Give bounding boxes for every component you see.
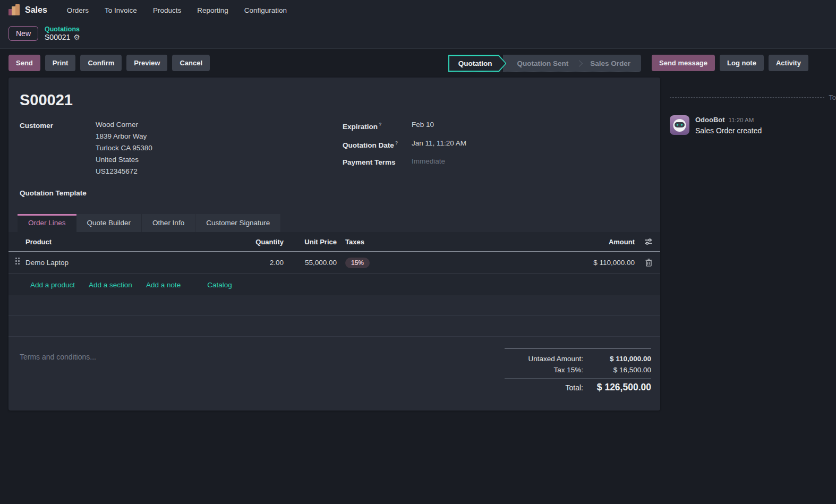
cell-taxes[interactable]: 15% [339, 258, 543, 268]
nav-item-configuration[interactable]: Configuration [238, 3, 293, 18]
total-value: $ 126,500.00 [583, 382, 651, 393]
cell-unit-price[interactable]: 55,000.00 [286, 259, 339, 267]
nav-item-to-invoice[interactable]: To Invoice [99, 3, 143, 18]
cell-product[interactable]: Demo Laptop [23, 259, 237, 267]
confirm-button[interactable]: Confirm [80, 55, 122, 71]
log-note-button[interactable]: Log note [720, 55, 764, 71]
sales-app-icon [8, 4, 20, 16]
cell-quantity[interactable]: 2.00 [237, 259, 286, 267]
document-title: S00021 [20, 91, 649, 109]
message-text: Sales Order created [695, 126, 762, 136]
table-row[interactable]: Demo Laptop 2.00 55,000.00 15% $ 110,000… [8, 252, 660, 274]
empty-table-row [8, 316, 660, 337]
untaxed-amount-label: Untaxed Amount: [528, 355, 583, 363]
add-section-link[interactable]: Add a section [89, 281, 132, 289]
breadcrumb-current: S00021 [45, 33, 70, 41]
quotation-date-field[interactable]: Jan 11, 11:20 AM [412, 139, 466, 149]
add-note-link[interactable]: Add a note [146, 281, 181, 289]
stage-quotation[interactable]: Quotation [448, 55, 507, 72]
quotation-template-label: Quotation Template [20, 189, 343, 197]
tax-badge[interactable]: 15% [345, 258, 370, 268]
table-header: Product Quantity Unit Price Taxes Amount [8, 232, 660, 252]
chatter-date-divider: To [670, 93, 836, 101]
tax-label: Tax 15%: [553, 366, 583, 374]
preview-button[interactable]: Preview [126, 55, 167, 71]
tab-order-lines[interactable]: Order Lines [18, 214, 76, 232]
cell-amount: $ 110,000.00 [543, 259, 637, 267]
cancel-button[interactable]: Cancel [172, 55, 210, 71]
send-button[interactable]: Send [8, 55, 40, 71]
tax-value: $ 16,500.00 [583, 366, 651, 374]
tab-quote-builder[interactable]: Quote Builder [76, 214, 142, 232]
form-sheet: S00021 Customer Wood Corner 1839 Arbor W… [8, 78, 660, 411]
statusbar: Quotation Quotation Sent Sales Order [448, 55, 641, 72]
col-quantity[interactable]: Quantity [237, 238, 286, 246]
nav-item-reporting[interactable]: Reporting [191, 3, 234, 18]
customer-address-line: United States [96, 156, 152, 164]
help-icon: ? [379, 122, 382, 127]
odoobot-avatar [670, 115, 689, 136]
nav-menu: Orders To Invoice Products Reporting Con… [61, 3, 293, 18]
expiration-label: Expiration? [343, 121, 412, 131]
tab-customer-signature[interactable]: Customer Signature [195, 214, 281, 232]
customer-label: Customer [20, 121, 96, 175]
nav-item-orders[interactable]: Orders [61, 3, 95, 18]
col-amount[interactable]: Amount [543, 238, 637, 246]
total-label: Total: [566, 383, 583, 392]
message-author[interactable]: OdooBot [695, 115, 725, 125]
new-button[interactable]: New [8, 26, 38, 41]
notebook-tabs: Order Lines Quote Builder Other Info Cus… [8, 214, 660, 232]
untaxed-amount-value: $ 110,000.00 [583, 355, 651, 363]
control-panel: Send Print Confirm Preview Cancel Quotat… [0, 49, 836, 78]
customer-address-line: 1839 Arbor Way [96, 132, 152, 140]
table-footer-links: Add a product Add a section Add a note C… [8, 274, 660, 295]
top-bar: Sales Orders To Invoice Products Reporti… [0, 0, 836, 49]
app-menu-button[interactable]: Sales [8, 4, 47, 16]
payment-terms-field[interactable]: Immediate [412, 157, 445, 166]
help-icon: ? [395, 140, 398, 146]
activity-button[interactable]: Activity [769, 55, 808, 71]
col-taxes[interactable]: Taxes [339, 238, 543, 246]
message-time: 11:20 AM [729, 116, 754, 125]
customer-address-line: US12345672 [96, 167, 152, 175]
totals-block: Untaxed Amount: $ 110,000.00 Tax 15%: $ … [505, 348, 651, 395]
send-message-button[interactable]: Send message [652, 55, 715, 71]
quotation-date-label: Quotation Date? [343, 139, 412, 149]
order-lines-table: Product Quantity Unit Price Taxes Amount [8, 232, 660, 295]
empty-table-row [8, 295, 660, 316]
col-unit-price[interactable]: Unit Price [286, 238, 339, 246]
customer-address-line: Turlock CA 95380 [96, 144, 152, 152]
breadcrumb: New Quotations S00021 ⚙ [0, 20, 836, 48]
expiration-field[interactable]: Feb 10 [412, 121, 434, 131]
delete-row-icon[interactable] [644, 258, 653, 268]
gear-icon[interactable]: ⚙ [73, 33, 80, 41]
app-name[interactable]: Sales [25, 5, 47, 15]
print-button[interactable]: Print [45, 55, 76, 71]
stage-quotation-sent[interactable]: Quotation Sent [506, 59, 579, 67]
stage-sales-order[interactable]: Sales Order [579, 59, 641, 67]
navbar: Sales Orders To Invoice Products Reporti… [0, 0, 836, 20]
catalog-link[interactable]: Catalog [207, 281, 232, 289]
action-buttons: Send Print Confirm Preview Cancel [8, 55, 210, 71]
col-product[interactable]: Product [23, 238, 237, 246]
optional-columns-icon[interactable] [643, 237, 654, 246]
add-product-link[interactable]: Add a product [30, 281, 75, 289]
breadcrumb-quotations-link[interactable]: Quotations [45, 25, 80, 33]
payment-terms-label: Payment Terms [343, 157, 412, 166]
date-divider-label: To [824, 93, 836, 101]
chatter-message[interactable]: OdooBot 11:20 AM Sales Order created [670, 115, 836, 136]
chatter-buttons: Send message Log note Activity [652, 55, 828, 71]
terms-and-conditions-field[interactable]: Terms and conditions... [20, 348, 96, 395]
nav-item-products[interactable]: Products [147, 3, 187, 18]
tab-other-info[interactable]: Other Info [142, 214, 195, 232]
chatter-panel: To OdooBot [660, 78, 836, 136]
customer-name-field[interactable]: Wood Corner [96, 121, 152, 129]
